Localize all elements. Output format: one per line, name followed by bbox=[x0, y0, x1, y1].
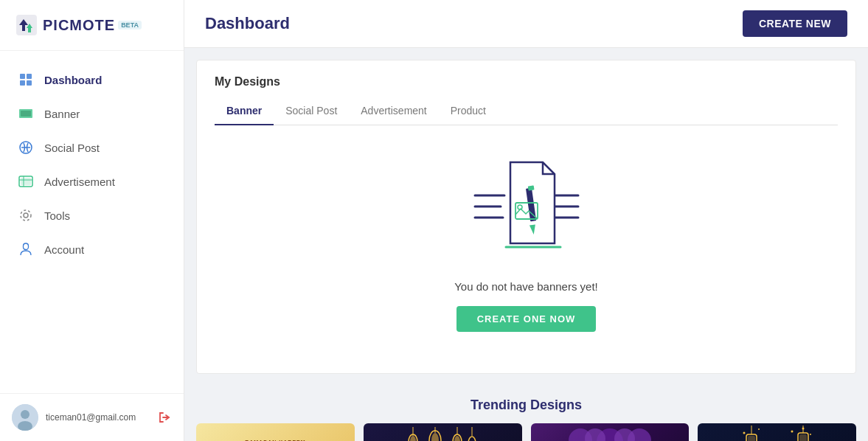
svg-point-51 bbox=[743, 431, 745, 434]
svg-rect-61 bbox=[799, 434, 807, 442]
svg-rect-2 bbox=[27, 74, 32, 79]
tools-icon bbox=[18, 207, 34, 223]
top-header: Dashboard CREATE NEW bbox=[184, 0, 868, 48]
svg-point-52 bbox=[758, 428, 760, 430]
svg-point-39 bbox=[454, 436, 460, 441]
app-name: PICMOTE bbox=[43, 17, 115, 34]
my-designs-section: My Designs Banner Social Post Advertisem… bbox=[196, 60, 856, 374]
sidebar-item-banner[interactable]: Banner bbox=[0, 97, 184, 131]
nav-menu: Dashboard Banner Social Post bbox=[0, 51, 184, 393]
svg-rect-10 bbox=[21, 178, 31, 185]
sidebar-item-banner-label: Banner bbox=[44, 108, 80, 120]
svg-point-47 bbox=[614, 428, 635, 442]
trending-card-3[interactable]: ٩ رمضان ٩ bbox=[531, 423, 690, 441]
trending-card-4[interactable]: رمضان كريم Ramadan bbox=[698, 423, 856, 441]
main-content: Dashboard CREATE NEW My Designs Banner S… bbox=[184, 0, 868, 441]
svg-point-16 bbox=[21, 410, 29, 419]
svg-rect-6 bbox=[21, 111, 31, 117]
tab-banner[interactable]: Banner bbox=[215, 99, 274, 125]
trending-section: Trending Designs RAMADAN KAREEM SALE up … bbox=[196, 386, 856, 441]
svg-rect-28 bbox=[527, 185, 534, 190]
sidebar-item-account[interactable]: Account bbox=[0, 232, 184, 266]
user-area: ticeman01@gmail.com bbox=[0, 393, 184, 441]
svg-rect-4 bbox=[27, 80, 32, 86]
svg-point-54 bbox=[810, 434, 811, 435]
svg-rect-1 bbox=[20, 74, 25, 79]
sidebar-item-dashboard-label: Dashboard bbox=[44, 74, 102, 86]
sidebar-item-advertisement[interactable]: Advertisement bbox=[0, 164, 184, 198]
trending-title: Trending Designs bbox=[196, 397, 856, 413]
page-title: Dashboard bbox=[205, 14, 290, 33]
sidebar-item-dashboard[interactable]: Dashboard bbox=[0, 63, 184, 97]
my-designs-title: My Designs bbox=[215, 75, 838, 88]
tabs-row: Banner Social Post Advertisement Product bbox=[215, 99, 838, 125]
trending-card-1[interactable]: RAMADAN KAREEM SALE up to 50% off bbox=[196, 423, 355, 441]
svg-point-14 bbox=[21, 210, 31, 220]
svg-point-41 bbox=[468, 437, 476, 441]
logout-button[interactable] bbox=[157, 410, 172, 425]
sidebar-item-social-post-label: Social Post bbox=[44, 142, 100, 154]
beta-badge: BETA bbox=[118, 21, 142, 29]
empty-state: You do not have banners yet! CREATE ONE … bbox=[215, 125, 838, 358]
create-new-button[interactable]: CREATE NEW bbox=[743, 10, 847, 37]
empty-state-message: You do not have banners yet! bbox=[454, 280, 598, 293]
svg-point-46 bbox=[585, 428, 605, 442]
tab-advertisement[interactable]: Advertisement bbox=[349, 99, 438, 125]
svg-point-13 bbox=[24, 213, 28, 218]
empty-state-illustration bbox=[468, 147, 586, 265]
card4-illustration: رمضان كريم Ramadan bbox=[733, 426, 822, 442]
sidebar: PICMOTE BETA Dashboard Banner bbox=[0, 0, 184, 441]
trending-cards: RAMADAN KAREEM SALE up to 50% off bbox=[196, 423, 856, 441]
logo-icon bbox=[15, 13, 38, 37]
svg-rect-58 bbox=[748, 436, 755, 442]
sidebar-item-tools[interactable]: Tools bbox=[0, 198, 184, 232]
account-icon bbox=[18, 241, 34, 257]
card2-illustration: رمضان bbox=[398, 427, 487, 441]
social-post-icon bbox=[18, 139, 34, 156]
logo-area: PICMOTE BETA bbox=[0, 0, 184, 51]
sidebar-item-account-label: Account bbox=[44, 243, 84, 256]
tab-social-post[interactable]: Social Post bbox=[274, 99, 349, 125]
trending-card-2[interactable]: رمضان bbox=[364, 423, 522, 441]
advertisement-icon bbox=[18, 173, 34, 190]
banner-icon bbox=[18, 105, 34, 122]
tab-product[interactable]: Product bbox=[439, 99, 498, 125]
content-area: My Designs Banner Social Post Advertisem… bbox=[184, 48, 868, 441]
create-one-now-button[interactable]: CREATE ONE NOW bbox=[456, 306, 597, 332]
card3-illustration: ٩ رمضان ٩ bbox=[566, 426, 654, 442]
svg-point-53 bbox=[791, 430, 793, 432]
dashboard-icon bbox=[18, 72, 34, 88]
sidebar-item-social-post[interactable]: Social Post bbox=[0, 131, 184, 164]
sidebar-item-advertisement-label: Advertisement bbox=[44, 176, 115, 188]
avatar bbox=[12, 404, 38, 431]
svg-point-33 bbox=[410, 436, 416, 441]
user-email: ticeman01@gmail.com bbox=[46, 412, 150, 423]
sidebar-item-tools-label: Tools bbox=[44, 209, 70, 222]
svg-point-36 bbox=[431, 433, 439, 441]
svg-rect-3 bbox=[20, 80, 25, 86]
